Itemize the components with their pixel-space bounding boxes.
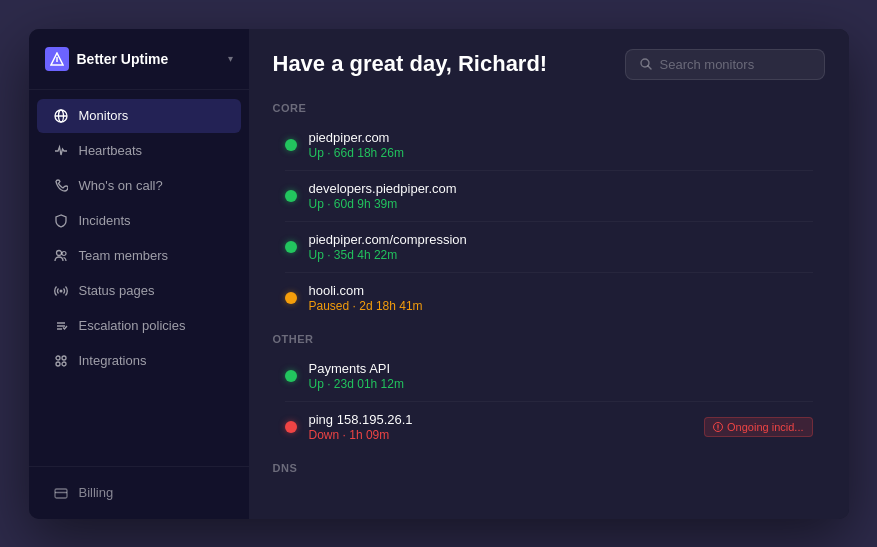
svg-rect-15 [55, 489, 67, 498]
main-header: Have a great day, Richard! Search monito… [249, 29, 849, 92]
monitor-status: Up · 23d 01h 12m [309, 377, 813, 391]
monitor-item[interactable]: ping 158.195.26.1 Down · 1h 09m Ongoing … [273, 402, 825, 452]
sidebar-item-label: Heartbeats [79, 143, 143, 158]
sidebar-item-label: Who's on call? [79, 178, 163, 193]
sidebar-nav: Monitors Heartbeats Who's on call? [29, 90, 249, 466]
monitor-info: Payments API Up · 23d 01h 12m [309, 361, 813, 391]
section-label-other: Other [273, 323, 825, 351]
monitor-info: piedpiper.com/compression Up · 35d 4h 22… [309, 232, 813, 262]
billing-label: Billing [79, 485, 114, 500]
activity-icon [53, 143, 69, 159]
incident-badge[interactable]: Ongoing incid... [704, 417, 812, 437]
search-box[interactable]: Search monitors [625, 49, 825, 80]
monitor-name: developers.piedpiper.com [309, 181, 813, 196]
monitor-status: Up · 35d 4h 22m [309, 248, 813, 262]
greeting: Have a great day, Richard! [273, 51, 548, 77]
monitor-info: hooli.com Paused · 2d 18h 41m [309, 283, 813, 313]
chevron-down-icon: ▾ [228, 53, 233, 64]
monitor-status: Up · 60d 9h 39m [309, 197, 813, 211]
monitor-name: piedpiper.com [309, 130, 813, 145]
sidebar-item-incidents[interactable]: Incidents [37, 204, 241, 238]
shield-icon [53, 213, 69, 229]
sidebar-item-status-pages[interactable]: Status pages [37, 274, 241, 308]
section-label-dns: DNS [273, 452, 825, 480]
billing-item[interactable]: Billing [45, 479, 233, 507]
monitor-info: piedpiper.com Up · 66d 18h 26m [309, 130, 813, 160]
svg-point-6 [62, 251, 66, 255]
monitor-name: piedpiper.com/compression [309, 232, 813, 247]
search-icon [640, 58, 652, 70]
globe-icon [53, 108, 69, 124]
search-placeholder: Search monitors [660, 57, 755, 72]
sidebar-item-label: Status pages [79, 283, 155, 298]
sidebar-item-label: Team members [79, 248, 169, 263]
sidebar-item-label: Escalation policies [79, 318, 186, 333]
monitor-name: ping 158.195.26.1 [309, 412, 693, 427]
sidebar-item-monitors[interactable]: Monitors [37, 99, 241, 133]
section-label-core: Core [273, 92, 825, 120]
incident-text: Ongoing incid... [727, 421, 803, 433]
grid-icon [53, 353, 69, 369]
monitor-name: Payments API [309, 361, 813, 376]
monitor-name: hooli.com [309, 283, 813, 298]
sidebar-footer: Billing [29, 466, 249, 519]
status-dot-paused [285, 292, 297, 304]
status-dot-up [285, 190, 297, 202]
sidebar-item-heartbeats[interactable]: Heartbeats [37, 134, 241, 168]
status-dot-up [285, 139, 297, 151]
app-window: Better Uptime ▾ Monitors [29, 29, 849, 519]
svg-point-12 [62, 356, 66, 360]
sidebar-header[interactable]: Better Uptime ▾ [29, 29, 249, 90]
phone-icon [53, 178, 69, 194]
monitor-status: Up · 66d 18h 26m [309, 146, 813, 160]
brand-name: Better Uptime [77, 51, 220, 67]
sidebar-item-label: Monitors [79, 108, 129, 123]
svg-point-21 [717, 428, 718, 429]
logo-icon [45, 47, 69, 71]
svg-point-5 [56, 250, 61, 255]
svg-point-14 [62, 362, 66, 366]
monitor-item[interactable]: piedpiper.com/compression Up · 35d 4h 22… [273, 222, 825, 272]
list-icon [53, 318, 69, 334]
status-dot-down [285, 421, 297, 433]
monitor-item[interactable]: Payments API Up · 23d 01h 12m [273, 351, 825, 401]
monitor-status: Down · 1h 09m [309, 428, 693, 442]
sidebar-item-whos-on-call[interactable]: Who's on call? [37, 169, 241, 203]
monitor-item[interactable]: piedpiper.com Up · 66d 18h 26m [273, 120, 825, 170]
status-dot-up [285, 241, 297, 253]
sidebar-item-escalation-policies[interactable]: Escalation policies [37, 309, 241, 343]
main-content: Have a great day, Richard! Search monito… [249, 29, 849, 519]
monitor-info: developers.piedpiper.com Up · 60d 9h 39m [309, 181, 813, 211]
svg-point-13 [56, 362, 60, 366]
svg-point-11 [56, 356, 60, 360]
users-icon [53, 248, 69, 264]
signal-icon [53, 283, 69, 299]
billing-icon [53, 485, 69, 501]
sidebar: Better Uptime ▾ Monitors [29, 29, 249, 519]
sidebar-item-team-members[interactable]: Team members [37, 239, 241, 273]
monitor-item[interactable]: hooli.com Paused · 2d 18h 41m [273, 273, 825, 323]
sidebar-item-label: Integrations [79, 353, 147, 368]
sidebar-item-integrations[interactable]: Integrations [37, 344, 241, 378]
monitor-item[interactable]: developers.piedpiper.com Up · 60d 9h 39m [273, 171, 825, 221]
monitors-list: Core piedpiper.com Up · 66d 18h 26m [249, 92, 849, 519]
svg-line-18 [648, 66, 651, 69]
svg-point-7 [59, 289, 62, 292]
sidebar-item-label: Incidents [79, 213, 131, 228]
status-dot-up [285, 370, 297, 382]
monitor-status: Paused · 2d 18h 41m [309, 299, 813, 313]
monitor-info: ping 158.195.26.1 Down · 1h 09m [309, 412, 693, 442]
alert-icon [713, 422, 723, 432]
